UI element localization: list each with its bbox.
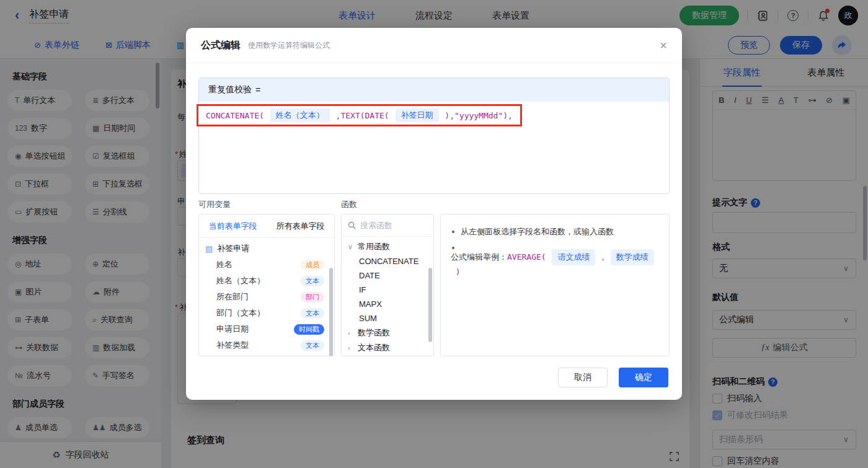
variable-name: 所在部门 bbox=[216, 291, 249, 302]
functions-scrollbar[interactable] bbox=[428, 268, 432, 342]
function-search[interactable] bbox=[342, 214, 433, 237]
variable-type-badge: 文本 bbox=[301, 308, 324, 319]
field-token[interactable]: 数学成绩 bbox=[611, 249, 654, 265]
variable-type-badge: 文本 bbox=[301, 276, 324, 286]
formula-text: 公式编辑举例： bbox=[451, 250, 507, 264]
variable-name: 申请日期 bbox=[216, 324, 249, 335]
formula-edit-modal: 公式编辑 使用数学运算符编辑公式 × 重复值校验 = CONCATENATE( … bbox=[186, 28, 682, 400]
variable-name: 姓名（文本） bbox=[216, 275, 265, 286]
formula-editor[interactable]: 重复值校验 = CONCATENATE( 姓名（文本） ,TEXT(DATE( … bbox=[198, 77, 670, 194]
function-group-row[interactable]: ›文本函数 bbox=[342, 340, 433, 355]
field-token[interactable]: 补签时段 bbox=[519, 108, 522, 122]
function-item[interactable]: CONCATENATE bbox=[342, 254, 433, 268]
variables-tab[interactable]: 所有表单字段 bbox=[267, 214, 334, 237]
chevron-icon: › bbox=[348, 344, 354, 351]
variable-row[interactable]: 姓名成员 bbox=[199, 257, 334, 273]
variable-row[interactable]: 申请日期时间戳 bbox=[199, 321, 334, 337]
formula-expression-annotated[interactable]: CONCATENATE( 姓名（文本） ,TEXT(DATE( 补签日期 ),"… bbox=[197, 104, 522, 126]
formula-target-bar: 重复值校验 = bbox=[199, 78, 669, 102]
function-search-input[interactable] bbox=[360, 221, 422, 230]
formula-text: ， bbox=[596, 250, 609, 264]
variables-scrollbar[interactable] bbox=[329, 268, 333, 356]
variable-name: 部门（文本） bbox=[216, 307, 265, 319]
form-doc-icon: ▤ bbox=[205, 244, 213, 254]
function-item[interactable]: SUM bbox=[342, 311, 433, 325]
field-token[interactable]: 补签日期 bbox=[396, 108, 439, 122]
variable-row[interactable]: 所在部门部门 bbox=[199, 289, 334, 305]
variables-tabs: 当前表单字段所有表单字段 bbox=[199, 214, 334, 238]
function-group-label: 文本函数 bbox=[358, 342, 390, 353]
variable-row[interactable]: 补签类型文本 bbox=[199, 337, 334, 353]
function-group-row[interactable]: ›数学函数 bbox=[342, 325, 433, 340]
function-list: ∨常用函数CONCATENATEDATEIFMAPXSUM›数学函数›文本函数 bbox=[342, 237, 433, 355]
help-example-line: 公式编辑举例：AVERAGE( 语文成绩 ， 数学成绩 ) bbox=[451, 247, 659, 279]
field-token[interactable]: 语文成绩 bbox=[552, 249, 595, 265]
function-group-label: 数学函数 bbox=[358, 327, 390, 338]
app-window: ‹ 补签申请 表单设计流程设定表单设置 数据管理 ? 政 ⊘表单外链⊠后端脚本▥… bbox=[0, 0, 868, 468]
function-item[interactable]: IF bbox=[342, 283, 433, 297]
help-example: 公式编辑举例：AVERAGE( 语文成绩 ， 数学成绩 ) bbox=[451, 249, 659, 279]
function-group-label: 常用函数 bbox=[358, 241, 390, 252]
function-group-row[interactable]: ∨常用函数 bbox=[342, 239, 433, 254]
variables-panel: 当前表单字段所有表单字段 ▤补签申请姓名成员姓名（文本）文本所在部门部门部门（文… bbox=[198, 214, 335, 356]
help-text: 从左侧面板选择字段名和函数，或输入函数 bbox=[461, 225, 614, 239]
chevron-icon: › bbox=[348, 329, 354, 337]
formula-code: AVERAGE( bbox=[507, 250, 551, 264]
field-token[interactable]: 姓名（文本） bbox=[270, 108, 330, 122]
functions-panel: ∨常用函数CONCATENATEDATEIFMAPXSUM›数学函数›文本函数 bbox=[341, 214, 434, 356]
variable-root-row[interactable]: ▤补签申请 bbox=[199, 241, 334, 257]
formula-code: ),"yyyyMMdd"), bbox=[440, 111, 518, 120]
close-icon[interactable]: × bbox=[660, 39, 667, 51]
confirm-button[interactable]: 确定 bbox=[619, 368, 668, 387]
variable-root-label: 补签申请 bbox=[217, 243, 249, 254]
modal-title: 公式编辑 bbox=[201, 39, 241, 52]
variable-type-badge: 成员 bbox=[301, 260, 324, 270]
variables-tab[interactable]: 当前表单字段 bbox=[199, 214, 267, 237]
formula-code: ,TEXT(DATE( bbox=[331, 111, 394, 120]
function-item[interactable]: MAPX bbox=[342, 297, 433, 311]
chevron-icon: ∨ bbox=[348, 243, 354, 251]
variable-name: 补签类型 bbox=[216, 340, 249, 351]
bullet-icon bbox=[452, 231, 454, 233]
modal-header: 公式编辑 使用数学运算符编辑公式 × bbox=[186, 28, 682, 63]
variable-type-badge: 部门 bbox=[301, 292, 324, 302]
variables-label: 可用变量 bbox=[198, 199, 231, 210]
variable-name: 姓名 bbox=[216, 259, 232, 270]
variable-type-badge: 文本 bbox=[301, 340, 324, 351]
equals-sign: = bbox=[255, 85, 260, 95]
help-line: 从左侧面板选择字段名和函数，或输入函数 bbox=[451, 225, 659, 239]
formula-code: CONCATENATE( bbox=[206, 111, 269, 120]
modal-subtitle: 使用数学运算符编辑公式 bbox=[248, 40, 330, 51]
variable-row[interactable]: 部门（文本）文本 bbox=[199, 305, 334, 321]
modal-footer: 取消 确定 bbox=[558, 368, 668, 387]
cancel-button[interactable]: 取消 bbox=[558, 368, 608, 387]
variables-list: ▤补签申请姓名成员姓名（文本）文本所在部门部门部门（文本）文本申请日期时间戳补签… bbox=[199, 241, 334, 353]
search-icon bbox=[348, 221, 356, 229]
function-item[interactable]: DATE bbox=[342, 268, 433, 283]
functions-label: 函数 bbox=[341, 199, 357, 210]
formula-help-panel: 从左侧面板选择字段名和函数，或输入函数 公式编辑举例：AVERAGE( 语文成绩… bbox=[440, 214, 670, 356]
formula-code: ) bbox=[451, 265, 461, 279]
formula-target-name: 重复值校验 bbox=[208, 84, 252, 95]
variable-type-badge: 时间戳 bbox=[294, 324, 324, 335]
variable-row[interactable]: 姓名（文本）文本 bbox=[199, 273, 334, 289]
